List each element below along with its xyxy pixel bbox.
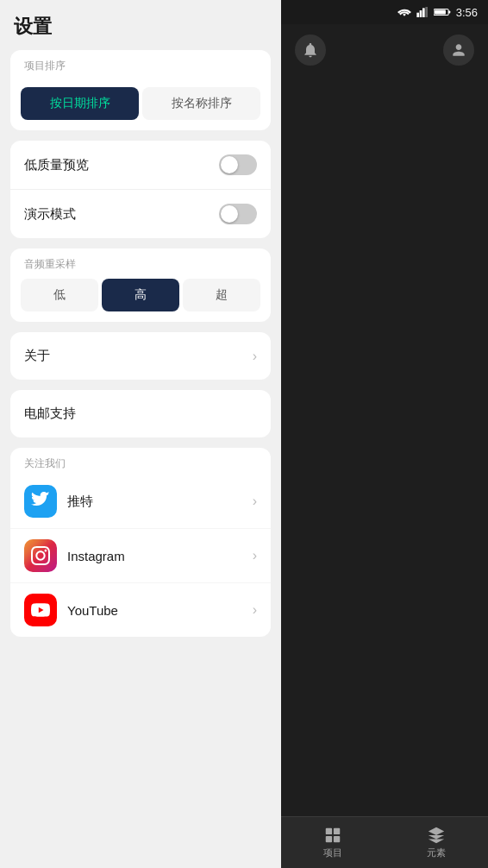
page-title: 设置 xyxy=(0,0,281,50)
svg-rect-3 xyxy=(425,7,428,17)
twitter-item[interactable]: 推特 › xyxy=(10,475,271,529)
notification-icon[interactable] xyxy=(295,35,326,66)
instagram-chevron-icon: › xyxy=(253,548,257,563)
wifi-icon xyxy=(397,7,411,17)
instagram-label: Instagram xyxy=(67,549,125,563)
settings-panel: 设置 项目排序 按日期排序 按名称排序 低质量预览 演示模式 音频重采样 低 高… xyxy=(0,0,281,868)
projects-icon xyxy=(323,826,342,845)
youtube-chevron-icon: › xyxy=(253,602,257,618)
battery-icon xyxy=(434,7,451,17)
svg-rect-6 xyxy=(435,10,446,15)
youtube-label: YouTube xyxy=(67,603,118,618)
svg-rect-2 xyxy=(422,8,425,17)
email-item[interactable]: 电邮支持 xyxy=(10,390,271,437)
profile-icon[interactable] xyxy=(443,35,474,66)
instagram-svg xyxy=(31,546,50,565)
svg-rect-10 xyxy=(334,836,340,842)
status-time: 3:56 xyxy=(456,6,478,19)
about-card: 关于 › xyxy=(10,332,271,380)
email-label: 电邮支持 xyxy=(24,406,76,422)
twitter-label: 推特 xyxy=(67,494,93,510)
sort-section-label: 项目排序 xyxy=(10,50,271,80)
sort-by-name-button[interactable]: 按名称排序 xyxy=(142,87,260,120)
low-quality-toggle[interactable] xyxy=(219,154,257,175)
nav-projects-label: 项目 xyxy=(323,846,342,859)
twitter-chevron-icon: › xyxy=(253,494,257,509)
sort-by-date-button[interactable]: 按日期排序 xyxy=(21,87,139,120)
right-panel-bottom-nav: 项目 元素 xyxy=(281,816,488,868)
audio-high-button[interactable]: 高 xyxy=(102,279,179,311)
svg-rect-9 xyxy=(326,836,332,842)
instagram-icon xyxy=(24,539,57,572)
audio-buttons-group: 低 高 超 xyxy=(21,279,260,311)
instagram-left: Instagram xyxy=(24,539,125,572)
nav-elements[interactable]: 元素 xyxy=(427,826,446,859)
toggle-card: 低质量预览 演示模式 xyxy=(10,141,271,238)
nav-elements-label: 元素 xyxy=(427,846,446,859)
demo-mode-row: 演示模式 xyxy=(10,190,271,238)
instagram-item[interactable]: Instagram › xyxy=(10,529,271,583)
youtube-item[interactable]: YouTube › xyxy=(10,583,271,637)
twitter-icon xyxy=(24,485,57,518)
twitter-left: 推特 xyxy=(24,485,93,518)
demo-mode-label: 演示模式 xyxy=(24,206,76,223)
svg-rect-1 xyxy=(419,10,422,17)
about-item[interactable]: 关于 › xyxy=(10,332,271,380)
audio-section: 音频重采样 低 高 超 xyxy=(10,248,271,322)
demo-mode-toggle[interactable] xyxy=(219,204,257,224)
youtube-left: YouTube xyxy=(24,594,118,626)
audio-low-button[interactable]: 低 xyxy=(21,279,98,311)
svg-rect-5 xyxy=(448,11,450,14)
right-panel-top xyxy=(281,24,488,76)
about-chevron-icon: › xyxy=(253,349,257,364)
elements-icon xyxy=(427,826,446,845)
svg-rect-0 xyxy=(416,13,419,17)
right-panel: 3:56 项目 元素 xyxy=(281,0,488,868)
twitter-svg xyxy=(31,492,50,511)
low-quality-label: 低质量预览 xyxy=(24,157,89,173)
nav-projects[interactable]: 项目 xyxy=(323,826,342,859)
person-svg xyxy=(450,41,467,59)
bell-svg xyxy=(302,41,319,59)
audio-section-label: 音频重采样 xyxy=(21,257,260,272)
audio-super-button[interactable]: 超 xyxy=(183,279,260,311)
low-quality-row: 低质量预览 xyxy=(10,141,271,190)
about-label: 关于 xyxy=(24,348,50,364)
sort-buttons-group: 按日期排序 按名称排序 xyxy=(10,80,271,130)
status-bar: 3:56 xyxy=(281,0,488,24)
audio-card: 音频重采样 低 高 超 xyxy=(10,248,271,322)
signal-icon xyxy=(416,7,429,17)
youtube-icon xyxy=(24,594,57,626)
sort-card: 项目排序 按日期排序 按名称排序 xyxy=(10,50,271,130)
svg-rect-7 xyxy=(326,828,332,834)
svg-rect-8 xyxy=(334,828,340,834)
email-card: 电邮支持 xyxy=(10,390,271,437)
follow-card: 关注我们 推特 › Instagram xyxy=(10,448,271,637)
follow-section-label: 关注我们 xyxy=(10,448,271,475)
youtube-svg xyxy=(31,601,50,620)
